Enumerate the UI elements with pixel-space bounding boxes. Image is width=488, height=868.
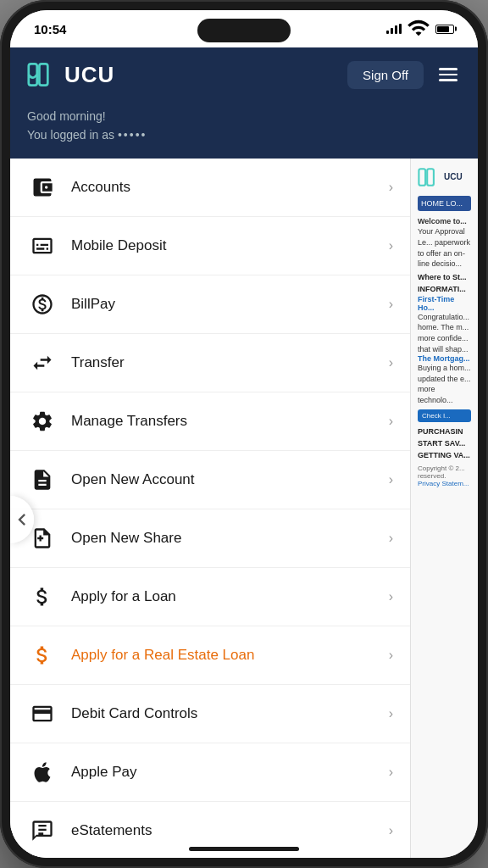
menu-item-transfer[interactable]: Transfer › xyxy=(10,334,410,392)
estatements-icon xyxy=(27,815,58,846)
greeting-text: Good morning! You logged in as ••••• xyxy=(27,107,461,145)
side-panel-footer: Copyright © 2... reserved. Privacy State… xyxy=(418,465,471,487)
menu-item-mobile-deposit[interactable]: Mobile Deposit › xyxy=(10,217,410,275)
deposit-icon xyxy=(27,231,58,261)
ucu-logo-icon xyxy=(27,59,58,90)
menu-item-apple-pay[interactable]: Apple Pay › xyxy=(10,743,410,802)
real-estate-loan-chevron: › xyxy=(389,648,393,663)
real-estate-loan-label: Apply for a Real Estate Loan xyxy=(71,647,389,664)
manage-transfers-label: Manage Transfers xyxy=(71,413,389,430)
transfer-label: Transfer xyxy=(71,354,389,371)
apple-icon xyxy=(27,757,58,787)
mobile-deposit-label: Mobile Deposit xyxy=(71,237,389,254)
debit-card-chevron: › xyxy=(389,706,393,721)
accounts-label: Accounts xyxy=(71,179,389,196)
logo-area: UCU xyxy=(27,59,114,90)
estatements-chevron: › xyxy=(389,823,393,838)
svg-rect-1 xyxy=(39,64,47,85)
estatements-label: eStatements xyxy=(71,822,389,839)
loan-icon xyxy=(27,581,58,612)
debit-card-icon xyxy=(27,698,58,729)
menu-item-apply-loan[interactable]: Apply for a Loan › xyxy=(10,568,410,626)
app-header: UCU Sign Off xyxy=(10,47,478,103)
menu-item-real-estate-loan[interactable]: Apply for a Real Estate Loan › xyxy=(10,626,410,685)
sign-off-button[interactable]: Sign Off xyxy=(347,61,424,89)
header-right: Sign Off xyxy=(347,61,461,89)
apple-pay-label: Apple Pay xyxy=(71,764,389,781)
new-account-icon xyxy=(27,465,58,495)
side-panel-approval: Your Approval Le... paperwork to offer a… xyxy=(418,226,471,269)
mobile-deposit-chevron: › xyxy=(389,238,393,253)
billpay-chevron: › xyxy=(389,297,393,312)
hamburger-button[interactable] xyxy=(435,64,461,85)
side-panel-banner: HOME LO... xyxy=(418,196,471,211)
side-panel: UCU HOME LO... Welcome to... Your Approv… xyxy=(410,159,478,858)
real-estate-icon xyxy=(27,640,58,670)
manage-transfers-chevron: › xyxy=(389,414,393,429)
battery-icon xyxy=(435,25,454,34)
hamburger-line xyxy=(439,79,458,81)
menu-item-open-new-account[interactable]: Open New Account › xyxy=(10,451,410,509)
status-icons xyxy=(386,16,454,42)
menu-list: Accounts › Mobile Deposit › xyxy=(10,159,410,858)
debit-card-label: Debit Card Controls xyxy=(71,705,389,722)
logo-text: UCU xyxy=(64,62,114,88)
transfer-chevron: › xyxy=(389,355,393,370)
wifi-icon xyxy=(407,16,430,42)
side-panel-logo: UCU xyxy=(418,165,471,189)
side-panel-welcome: Welcome to... xyxy=(418,216,471,227)
open-new-account-chevron: › xyxy=(389,472,393,487)
menu-item-debit-card[interactable]: Debit Card Controls › xyxy=(10,685,410,743)
open-new-account-label: Open New Account xyxy=(71,471,389,488)
hamburger-line xyxy=(439,68,458,70)
dynamic-island xyxy=(197,19,291,42)
billpay-icon xyxy=(27,289,58,320)
wallet-icon xyxy=(27,172,58,203)
signal-icon xyxy=(386,24,402,34)
accounts-chevron: › xyxy=(389,180,393,195)
apply-loan-chevron: › xyxy=(389,589,393,604)
svg-rect-3 xyxy=(427,169,434,186)
status-time: 10:54 xyxy=(34,22,66,36)
home-indicator xyxy=(189,847,299,851)
open-new-share-label: Open New Share xyxy=(71,530,389,547)
menu-item-accounts[interactable]: Accounts › xyxy=(10,159,410,217)
menu-item-billpay[interactable]: BillPay › xyxy=(10,275,410,334)
transfer-icon xyxy=(27,348,58,378)
menu-item-manage-transfers[interactable]: Manage Transfers › xyxy=(10,392,410,451)
billpay-label: BillPay xyxy=(71,296,389,313)
apple-pay-chevron: › xyxy=(389,765,393,780)
menu-item-open-new-share[interactable]: Open New Share › xyxy=(10,509,410,568)
hamburger-line xyxy=(439,74,458,76)
greeting-area: Good morning! You logged in as ••••• xyxy=(10,103,478,159)
side-check-button[interactable]: Check I... xyxy=(418,409,471,422)
open-new-share-chevron: › xyxy=(389,531,393,546)
gear-icon xyxy=(27,406,58,437)
svg-rect-2 xyxy=(419,169,425,186)
apply-loan-label: Apply for a Loan xyxy=(71,588,389,605)
